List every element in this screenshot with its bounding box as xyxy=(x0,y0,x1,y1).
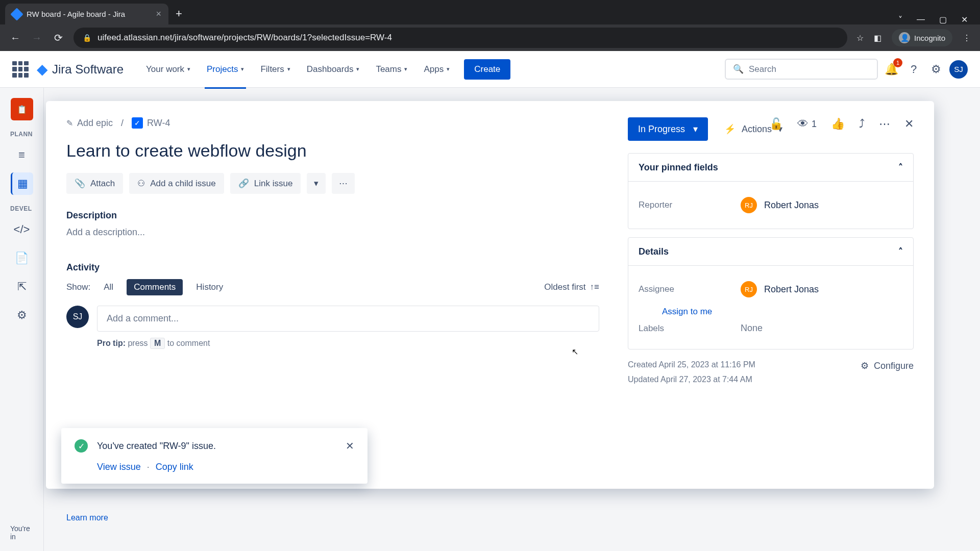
success-check-icon: ✓ xyxy=(75,439,88,453)
labels-label: Labels xyxy=(639,323,741,334)
assign-to-me-link[interactable]: Assign to me xyxy=(662,307,903,317)
bolt-icon: ⚡ xyxy=(724,123,736,135)
labels-field[interactable]: Labels None xyxy=(639,317,903,340)
user-avatar[interactable]: SJ xyxy=(949,60,968,79)
nav-filters[interactable]: Filters▾ xyxy=(254,60,296,79)
status-dropdown[interactable]: In Progress ▾ xyxy=(628,117,708,141)
more-menu-button[interactable]: ⋯ xyxy=(879,117,890,131)
learn-more-link[interactable]: Learn more xyxy=(66,513,108,522)
link-issue-button[interactable]: 🔗Link issue xyxy=(230,173,301,194)
bookmark-icon[interactable]: ☆ xyxy=(856,33,864,43)
browser-tab[interactable]: RW board - Agile board - Jira × xyxy=(5,4,168,24)
chevron-down-icon: ▾ xyxy=(447,66,450,72)
extensions-icon[interactable]: ◧ xyxy=(874,33,881,43)
sidebar-add-shortcut[interactable]: ⇱ xyxy=(11,276,33,298)
sidebar-pages[interactable]: 📄 xyxy=(11,247,33,269)
nav-dashboards[interactable]: Dashboards▾ xyxy=(301,60,366,79)
jira-logo[interactable]: ◆ Jira Software xyxy=(37,61,124,78)
create-button[interactable]: Create xyxy=(464,59,510,80)
search-placeholder: Search xyxy=(749,64,776,74)
close-window-icon[interactable]: ✕ xyxy=(961,15,968,24)
add-child-button[interactable]: ⚇Add a child issue xyxy=(129,173,224,194)
sidebar-board[interactable]: ▦ xyxy=(11,172,33,195)
created-text: Created April 25, 2023 at 11:16 PM xyxy=(628,358,755,372)
sidebar-timeline[interactable]: ≡ xyxy=(11,144,33,166)
search-input[interactable]: 🔍 Search xyxy=(725,59,878,80)
incognito-badge[interactable]: 👤 Incognito xyxy=(892,29,952,46)
window-controls: ˅ — ▢ ✕ xyxy=(898,8,980,24)
nav-projects[interactable]: Projects▾ xyxy=(201,60,250,79)
assignee-avatar: RJ xyxy=(741,281,757,297)
sidebar-section-planning: PLANN xyxy=(0,131,33,138)
timestamps: Created April 25, 2023 at 11:16 PM Updat… xyxy=(628,358,914,387)
back-button[interactable]: ← xyxy=(9,32,21,44)
forward-button[interactable]: → xyxy=(31,32,43,44)
add-epic-link[interactable]: ✎ Add epic xyxy=(66,118,113,129)
sidebar-settings[interactable]: ⚙ xyxy=(11,304,33,327)
reporter-field[interactable]: Reporter RJ Robert Jonas xyxy=(639,191,903,219)
attach-button[interactable]: 📎Attach xyxy=(66,173,123,194)
url-field[interactable]: 🔒 uifeed.atlassian.net/jira/software/pro… xyxy=(74,28,847,48)
lock-button[interactable]: 🔓 xyxy=(769,117,783,131)
settings-icon[interactable]: ⚙ xyxy=(927,60,945,79)
nav-your-work[interactable]: Your work▾ xyxy=(140,60,197,79)
paperclip-icon: 📎 xyxy=(75,178,85,189)
assignee-field[interactable]: Assignee RJ Robert Jonas xyxy=(639,275,903,304)
assignee-label: Assignee xyxy=(639,284,741,294)
help-icon[interactable]: ? xyxy=(904,60,923,79)
more-icon: ⋯ xyxy=(339,178,348,189)
notifications-icon[interactable]: 🔔1 xyxy=(882,60,900,79)
reload-button[interactable]: ⟳ xyxy=(52,32,64,44)
assignee-name: Robert Jonas xyxy=(764,284,819,295)
issue-key-link[interactable]: ✓ RW-4 xyxy=(132,117,170,129)
mouse-cursor: ↖ xyxy=(572,347,578,357)
minimize-icon[interactable]: — xyxy=(917,15,925,24)
chevron-down-icon: ▾ xyxy=(187,66,190,72)
details-header[interactable]: Details ˄ xyxy=(628,238,913,266)
app-switcher-icon[interactable] xyxy=(12,61,29,78)
vote-button[interactable]: 👍 xyxy=(831,117,845,131)
close-tab-icon[interactable]: × xyxy=(156,9,161,19)
comment-input[interactable]: Add a comment... xyxy=(97,306,599,332)
issue-main-column: ✎ Add epic / ✓ RW-4 Learn to create webf… xyxy=(66,117,599,472)
search-icon: 🔍 xyxy=(733,64,744,74)
nav-teams[interactable]: Teams▾ xyxy=(370,60,413,79)
tab-all[interactable]: All xyxy=(96,279,120,295)
maximize-icon[interactable]: ▢ xyxy=(939,15,947,24)
configure-link[interactable]: ⚙ Configure xyxy=(861,358,914,374)
browser-menu-icon[interactable]: ⋮ xyxy=(963,33,971,43)
tab-comments[interactable]: Comments xyxy=(127,279,183,295)
chevron-down-icon: ▾ xyxy=(241,66,244,72)
new-tab-button[interactable]: + xyxy=(168,3,189,24)
chevron-down-icon: ▾ xyxy=(693,123,698,135)
tab-history[interactable]: History xyxy=(189,279,230,295)
url-text: uifeed.atlassian.net/jira/software/proje… xyxy=(97,33,392,43)
sidebar-section-development: DEVEL xyxy=(0,205,32,212)
sidebar-code[interactable]: </> xyxy=(11,218,33,241)
description-field[interactable]: Add a description... xyxy=(66,227,599,238)
comment-row: SJ Add a comment... xyxy=(66,306,599,332)
view-issue-link[interactable]: View issue xyxy=(97,462,141,472)
pinned-fields-header[interactable]: Your pinned fields ˄ xyxy=(628,154,913,182)
project-sidebar: 📋 PLANN ≡ ▦ DEVEL </> 📄 ⇱ ⚙ You're in xyxy=(0,88,44,551)
pinned-fields-panel: Your pinned fields ˄ Reporter RJ Robert … xyxy=(628,153,914,229)
share-button[interactable]: ⤴ xyxy=(859,117,865,131)
watch-button[interactable]: 👁 1 xyxy=(797,117,817,131)
comment-avatar: SJ xyxy=(66,306,89,328)
breadcrumb: ✎ Add epic / ✓ RW-4 xyxy=(66,117,599,129)
nav-apps[interactable]: Apps▾ xyxy=(418,60,456,79)
success-toast: ✓ You've created "RW-9" issue. ✕ View is… xyxy=(61,428,368,484)
chevron-down-icon[interactable]: ˅ xyxy=(898,15,902,24)
chevron-down-icon: ▾ xyxy=(287,66,290,72)
copy-link-link[interactable]: Copy link xyxy=(156,462,193,472)
more-actions-button[interactable]: ⋯ xyxy=(332,173,355,194)
sort-button[interactable]: Oldest first ↑≡ xyxy=(544,282,599,292)
project-icon[interactable]: 📋 xyxy=(11,98,33,120)
toast-close-button[interactable]: ✕ xyxy=(346,440,354,452)
incognito-label: Incognito xyxy=(914,34,945,42)
lock-icon: 🔒 xyxy=(83,34,91,42)
addr-right: ☆ ◧ 👤 Incognito ⋮ xyxy=(856,29,971,46)
link-issue-dropdown[interactable]: ▾ xyxy=(307,173,326,194)
issue-title[interactable]: Learn to create webflow design xyxy=(66,141,599,161)
close-dialog-button[interactable]: ✕ xyxy=(904,117,914,131)
